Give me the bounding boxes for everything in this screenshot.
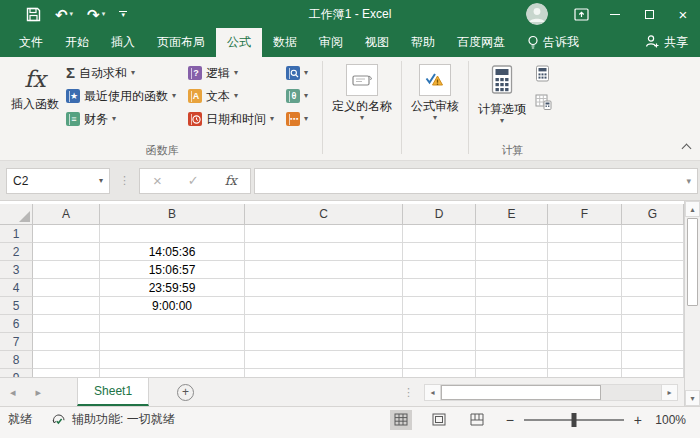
insert-function-button[interactable]: fx 插入函数 [6,60,64,111]
redo-dropdown-icon[interactable]: ▾ [102,10,106,18]
cell-G2[interactable] [622,243,684,261]
select-all-button[interactable] [0,204,33,224]
vertical-scrollbar-thumb[interactable] [687,218,698,306]
row-header-8[interactable]: 8 [0,351,33,369]
cell-A9[interactable] [33,369,100,377]
column-header-A[interactable]: A [33,204,100,224]
undo-dropdown-icon[interactable]: ▾ [70,10,74,18]
cell-E5[interactable] [476,297,548,315]
name-box[interactable]: C2 ▾ [6,168,110,194]
cell-A6[interactable] [33,315,100,333]
logical-dropdown-icon[interactable]: ▾ [234,69,238,77]
cell-C3[interactable] [245,261,403,279]
cell-F9[interactable] [548,369,622,377]
cancel-icon[interactable]: × [153,172,162,189]
share-button[interactable]: 共享 [633,28,700,57]
recent-functions-button[interactable]: ★ 最近使用的函数 ▾ [64,87,178,105]
new-sheet-button[interactable]: + [177,384,194,401]
sheet-nav-left-icon[interactable]: ◂ [0,386,26,399]
cell-G6[interactable] [622,315,684,333]
cell-A5[interactable] [33,297,100,315]
cell-F6[interactable] [548,315,622,333]
sheet-tab-sheet1[interactable]: Sheet1 [77,378,149,406]
cell-E2[interactable] [476,243,548,261]
cell-B8[interactable] [100,351,245,369]
cell-A2[interactable] [33,243,100,261]
logical-button[interactable]: ? 逻辑 ▾ [186,64,276,82]
vertical-scrollbar[interactable]: ▴ ▾ [684,201,700,406]
recent-dropdown-icon[interactable]: ▾ [172,92,176,100]
calculation-options-button[interactable]: 计算选项 ▾ [473,60,531,125]
zoom-slider[interactable] [524,419,624,421]
cell-G7[interactable] [622,333,684,351]
cell-F7[interactable] [548,333,622,351]
scroll-left-icon[interactable]: ◂ [424,384,441,401]
tab-data[interactable]: 数据 [262,28,308,57]
scroll-right-icon[interactable]: ▸ [661,384,678,401]
maximize-button[interactable] [632,0,666,28]
row-header-7[interactable]: 7 [0,333,33,351]
tab-review[interactable]: 审阅 [308,28,354,57]
cell-A8[interactable] [33,351,100,369]
cell-B5[interactable]: 9:00:00 [100,297,245,315]
scroll-down-icon[interactable]: ▾ [685,390,700,406]
cell-C4[interactable] [245,279,403,297]
column-header-E[interactable]: E [476,204,548,224]
date-time-button[interactable]: 日期和时间 ▾ [186,110,276,128]
cell-C9[interactable] [245,369,403,377]
cell-F2[interactable] [548,243,622,261]
zoom-slider-thumb[interactable] [571,413,576,427]
cell-B6[interactable] [100,315,245,333]
column-header-C[interactable]: C [245,204,403,224]
cell-D8[interactable] [403,351,476,369]
text-dropdown-icon[interactable]: ▾ [234,92,238,100]
tab-tell-me[interactable]: 告诉我 [516,28,590,57]
cell-A4[interactable] [33,279,100,297]
text-functions-button[interactable]: A 文本 ▾ [186,87,276,105]
redo-button[interactable]: ↷▾ [87,7,105,22]
cell-G8[interactable] [622,351,684,369]
cell-E3[interactable] [476,261,548,279]
tab-home[interactable]: 开始 [54,28,100,57]
cell-G1[interactable] [622,225,684,243]
customize-qat-button[interactable]: ▾ [119,11,127,17]
tab-insert[interactable]: 插入 [100,28,146,57]
cell-E8[interactable] [476,351,548,369]
collapse-ribbon-icon[interactable] [682,144,692,154]
strip-separator-dots[interactable]: ⋮ [403,386,414,399]
cell-A1[interactable] [33,225,100,243]
cell-B3[interactable]: 15:06:57 [100,261,245,279]
cell-F3[interactable] [548,261,622,279]
close-button[interactable]: × [666,0,700,28]
column-header-B[interactable]: B [100,204,245,224]
zoom-in-icon[interactable]: + [634,412,642,428]
cell-C5[interactable] [245,297,403,315]
lookup-dropdown-icon[interactable]: ▾ [304,69,308,77]
lookup-reference-button[interactable]: ▾ [284,64,310,82]
tab-file[interactable]: 文件 [8,28,54,57]
cell-E6[interactable] [476,315,548,333]
column-header-F[interactable]: F [548,204,622,224]
column-header-D[interactable]: D [403,204,476,224]
autosum-button[interactable]: Σ 自动求和 ▾ [64,64,178,82]
math-dropdown-icon[interactable]: ▾ [304,92,308,100]
ribbon-display-options-button[interactable] [564,0,598,28]
normal-view-button[interactable] [390,410,412,430]
cell-G5[interactable] [622,297,684,315]
cell-E7[interactable] [476,333,548,351]
cell-D6[interactable] [403,315,476,333]
row-header-4[interactable]: 4 [0,279,33,297]
row-header-1[interactable]: 1 [0,225,33,243]
cell-C1[interactable] [245,225,403,243]
autosum-dropdown-icon[interactable]: ▾ [131,69,135,77]
minimize-button[interactable] [598,0,632,28]
cell-C6[interactable] [245,315,403,333]
save-icon[interactable] [26,7,41,22]
column-header-G[interactable]: G [622,204,684,224]
page-break-preview-button[interactable] [466,410,488,430]
cell-D2[interactable] [403,243,476,261]
cell-D9[interactable] [403,369,476,377]
cell-D1[interactable] [403,225,476,243]
financial-button[interactable]: ≡ 财务 ▾ [64,110,178,128]
cell-D5[interactable] [403,297,476,315]
